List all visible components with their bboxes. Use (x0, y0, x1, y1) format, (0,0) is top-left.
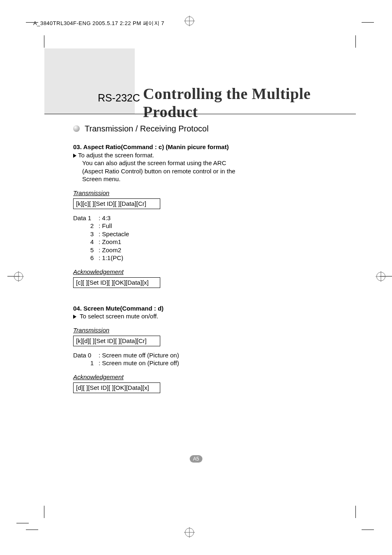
list-item: 3: Spectacle (73, 230, 320, 238)
acknowledgement-label: Acknowledgement (73, 268, 320, 276)
text: : Screen mute on (Picture off) (99, 359, 179, 367)
crop-mark (355, 506, 356, 518)
list-item: Data 0: Screen mute off (Picture on) (73, 351, 320, 359)
crop-mark (362, 530, 374, 530)
acknowledgement-code: [c][ ][Set ID][ ][OK][Data][x] (73, 277, 160, 288)
text: : Spectacle (99, 230, 129, 238)
sphere-bullet-icon (73, 125, 80, 132)
command-03-description: To adjust the screen format. You can als… (73, 151, 320, 183)
crop-mark (44, 506, 44, 518)
transmission-label: Transmission (73, 189, 320, 197)
registration-mark-icon (184, 16, 195, 26)
text: 4 (73, 238, 99, 246)
section-heading: Transmission / Receiving Protocol (73, 123, 320, 134)
arrow-right-icon (73, 154, 76, 158)
page-title: Controlling the Multiple Product (143, 85, 356, 121)
crop-mark (362, 22, 374, 23)
text: (Aspect Ratio Control) button on remote … (82, 167, 320, 175)
header-rule (44, 114, 356, 114)
text: To select screen mute on/off. (80, 313, 159, 320)
command-04-description: To select screen mute on/off. (73, 312, 320, 320)
list-item: Data 1: 4:3 (73, 214, 320, 222)
crop-mark (355, 35, 356, 48)
page-header: RS-232C Controlling the Multiple Product (44, 48, 356, 114)
command-04-data-list: Data 0: Screen mute off (Picture on) 1: … (73, 351, 320, 367)
registration-mark-icon (376, 271, 386, 282)
list-item: 6: 1:1(PC) (73, 254, 320, 262)
page: A_3840TRL304F-ENG 2005.5.17 2:22 PM 페이지 … (0, 0, 392, 555)
text: : 4:3 (99, 214, 111, 222)
text: 2 (73, 222, 99, 230)
transmission-label: Transmission (73, 326, 320, 334)
list-item: 1: Screen mute on (Picture off) (73, 359, 320, 367)
text: Data 0 (73, 351, 99, 359)
transmission-code: [k][d][ ][Set ID][ ][Data][Cr] (73, 336, 160, 346)
text: : 1:1(PC) (99, 254, 123, 262)
print-metadata: A_3840TRL304F-ENG 2005.5.17 2:22 PM 페이지 … (33, 20, 164, 27)
acknowledgement-code: [d][ ][Set ID][ ][OK][Data][x] (73, 382, 160, 393)
text: 6 (73, 254, 99, 262)
section-heading-text: Transmission / Receiving Protocol (85, 123, 209, 134)
text: You can also adjust the screen format us… (82, 159, 320, 167)
text: : Zoom1 (99, 238, 121, 246)
text: 1 (73, 359, 99, 367)
header-subtitle: RS-232C (98, 92, 140, 104)
crop-mark (26, 530, 38, 530)
acknowledgement-label: Acknowledgement (73, 373, 320, 381)
page-number: A5 (190, 455, 203, 463)
text: Screen menu. (82, 175, 320, 183)
crop-mark (16, 523, 29, 523)
text: To adjust the screen format. (78, 152, 154, 159)
registration-mark-icon (13, 271, 24, 282)
text: : Zoom2 (99, 246, 121, 254)
text: : Screen mute off (Picture on) (99, 351, 179, 359)
list-item: 4: Zoom1 (73, 238, 320, 246)
list-item: 5: Zoom2 (73, 246, 320, 254)
crop-mark (44, 35, 44, 48)
command-04-title: 04. Screen Mute(Command : d) (73, 304, 320, 313)
list-item: 2: Full (73, 222, 320, 230)
text: 5 (73, 246, 99, 254)
content-area: Transmission / Receiving Protocol 03. As… (73, 123, 320, 393)
text: Data 1 (73, 214, 99, 222)
command-03-data-list: Data 1: 4:3 2: Full 3: Spectacle 4: Zoom… (73, 214, 320, 262)
header-grey-box (44, 48, 135, 114)
registration-mark-icon (184, 527, 195, 538)
arrow-right-icon (73, 315, 76, 319)
transmission-code: [k][c][ ][Set ID][ ][Data][Cr] (73, 198, 160, 209)
text: 3 (73, 230, 99, 238)
command-03-title: 03. Aspect Ratio(Command : c) (Manin pic… (73, 143, 320, 151)
text: : Full (99, 222, 112, 230)
